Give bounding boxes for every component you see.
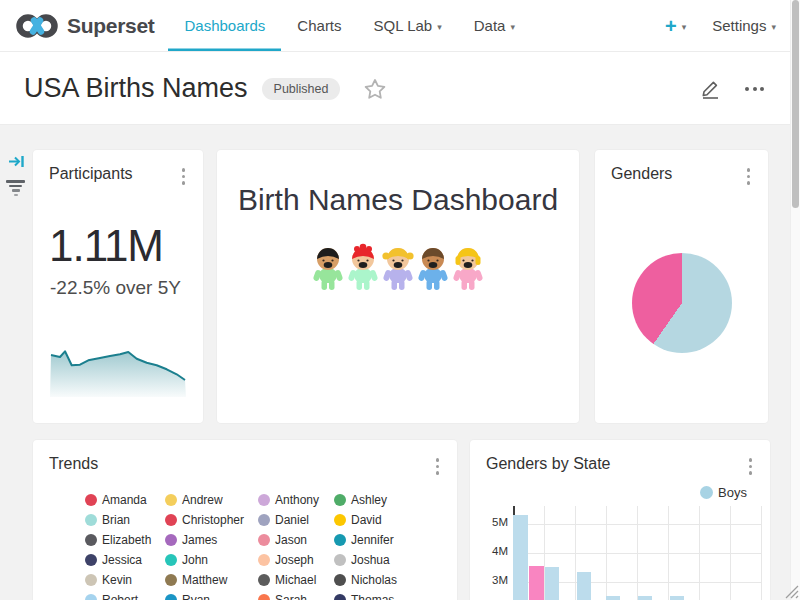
plus-icon: + <box>665 16 677 36</box>
scrollbar-track[interactable] <box>790 0 800 600</box>
legend-item[interactable]: David <box>334 510 424 530</box>
bar[interactable] <box>577 572 591 600</box>
legend-item[interactable]: Ryan <box>165 590 258 600</box>
gridline <box>513 524 761 525</box>
legend-item[interactable]: Amanda <box>85 490 165 510</box>
hero-title: Birth Names Dashboard <box>217 183 579 217</box>
legend-item[interactable]: Anthony <box>258 490 334 510</box>
bar[interactable] <box>529 566 544 600</box>
nav-item-data[interactable]: Data▾ <box>458 0 531 51</box>
kebab-menu-icon[interactable] <box>434 455 442 478</box>
legend-dot-icon <box>85 554 97 566</box>
legend-dot-icon <box>258 534 270 546</box>
brand-name: Superset <box>67 14 154 38</box>
legend-item[interactable]: Joshua <box>334 550 424 570</box>
legend-item[interactable]: John <box>165 550 258 570</box>
nav-item-charts[interactable]: Charts <box>281 0 357 51</box>
legend-item[interactable]: Daniel <box>258 510 334 530</box>
chart-title: Participants <box>49 165 133 183</box>
gridline <box>761 506 762 600</box>
bar[interactable] <box>670 596 684 600</box>
legend-item[interactable]: Kevin <box>85 570 165 590</box>
nav-item-dashboards[interactable]: Dashboards <box>168 0 281 51</box>
participants-card: Participants 1.11M -22.5% over 5Y <box>33 150 203 423</box>
more-options-icon[interactable] <box>745 87 764 91</box>
kid-figure <box>311 243 345 293</box>
kid-figure <box>381 243 415 293</box>
bar[interactable] <box>606 596 620 600</box>
legend-dot-icon <box>85 534 97 546</box>
gridline <box>513 553 761 554</box>
legend-item[interactable]: Jennifer <box>334 530 424 550</box>
kebab-menu-icon[interactable] <box>180 165 188 188</box>
legend-item[interactable]: Jessica <box>85 550 165 570</box>
nav-item-sql-lab[interactable]: SQL Lab▾ <box>358 0 458 51</box>
kids-illustration <box>217 243 579 293</box>
y-axis-tick-label: 3M <box>470 574 508 586</box>
bar[interactable] <box>545 567 559 600</box>
trends-card: Trends Amanda Andrew Anthony Ashley Bria… <box>33 440 457 600</box>
genders-pie[interactable] <box>632 253 732 353</box>
navbar-right: + ▾ Settings ▾ <box>665 0 800 51</box>
legend-item[interactable]: Elizabeth <box>85 530 165 550</box>
new-item-button[interactable]: + ▾ <box>665 16 686 36</box>
legend-item[interactable]: Matthew <box>165 570 258 590</box>
dashboard-grid: Participants 1.11M -22.5% over 5Y Birth … <box>0 125 800 600</box>
expand-filter-panel-icon[interactable] <box>8 154 25 173</box>
legend-item[interactable]: Joseph <box>258 550 334 570</box>
legend-item[interactable]: Jason <box>258 530 334 550</box>
trends-legend: Amanda Andrew Anthony Ashley Brian Chris… <box>85 490 424 600</box>
legend-item[interactable]: Brian <box>85 510 165 530</box>
legend-dot-icon <box>85 494 97 506</box>
legend-item[interactable]: Robert <box>85 590 165 600</box>
legend-dot-icon <box>165 494 177 506</box>
status-badge[interactable]: Published <box>262 78 341 100</box>
caret-down-icon: ▾ <box>510 22 515 32</box>
bar[interactable] <box>513 515 528 600</box>
header-actions <box>700 78 776 99</box>
hero-card: Birth Names Dashboard <box>217 150 579 423</box>
legend-item[interactable]: Thomas <box>334 590 424 600</box>
resize-grip-icon[interactable] <box>783 583 799 599</box>
legend-item[interactable]: Sarah <box>258 590 334 600</box>
genders-card: Genders <box>595 150 768 423</box>
chart-title: Trends <box>49 455 98 473</box>
settings-menu[interactable]: Settings ▾ <box>712 17 776 34</box>
legend-dot-icon <box>334 514 346 526</box>
superset-logo[interactable]: Superset <box>14 0 154 51</box>
gbs-plot: 5M4M3M <box>470 440 770 600</box>
legend-dot-icon <box>334 554 346 566</box>
bar[interactable] <box>638 596 652 600</box>
legend-item[interactable]: Ashley <box>334 490 424 510</box>
y-axis-tick-label: 4M <box>470 545 508 557</box>
legend-item[interactable]: Nicholas <box>334 570 424 590</box>
legend-item[interactable]: Christopher <box>165 510 258 530</box>
legend-dot-icon <box>258 594 270 600</box>
caret-down-icon: ▾ <box>682 22 687 32</box>
infinity-logo-icon <box>14 11 60 41</box>
genders-by-state-card: Genders by State Boys 5M4M3M <box>470 440 770 600</box>
legend-dot-icon <box>165 594 177 600</box>
kid-figure <box>346 243 380 293</box>
legend-item[interactable]: Andrew <box>165 490 258 510</box>
scrollbar-thumb[interactable] <box>792 0 799 208</box>
y-axis-tick-label: 5M <box>470 516 508 528</box>
legend-dot-icon <box>165 574 177 586</box>
big-number-subheader: -22.5% over 5Y <box>50 277 203 299</box>
legend-dot-icon <box>85 514 97 526</box>
top-navbar: Superset Dashboards Charts SQL Lab▾ Data… <box>0 0 800 52</box>
participants-sparkline-area <box>50 351 186 397</box>
legend-item[interactable]: Michael <box>258 570 334 590</box>
legend-dot-icon <box>334 594 346 600</box>
nav-menu: Dashboards Charts SQL Lab▾ Data▾ <box>168 0 530 51</box>
legend-item[interactable]: James <box>165 530 258 550</box>
legend-dot-icon <box>258 574 270 586</box>
legend-dot-icon <box>334 574 346 586</box>
filter-icon[interactable] <box>6 180 25 196</box>
caret-down-icon: ▾ <box>437 22 442 32</box>
favorite-star-icon[interactable] <box>364 78 386 100</box>
kebab-menu-icon[interactable] <box>745 165 753 188</box>
legend-dot-icon <box>258 514 270 526</box>
legend-dot-icon <box>334 494 346 506</box>
edit-pencil-icon[interactable] <box>700 78 721 99</box>
